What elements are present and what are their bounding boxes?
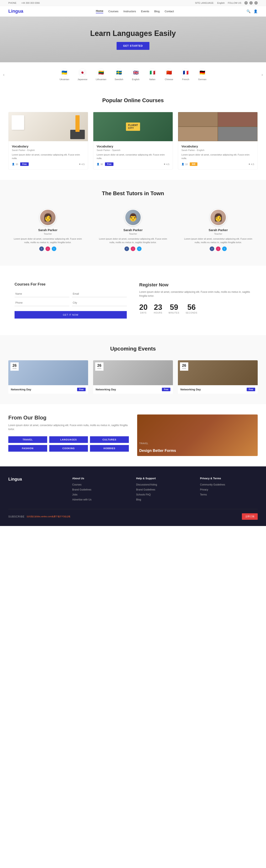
event-date-num-3: 26	[182, 364, 186, 367]
email-input[interactable]	[72, 291, 127, 297]
course-footer-3: 👤 10 $49 ★ 4.5	[181, 162, 254, 166]
events-section: Upcoming Events 26 AUG Networking Day Fr…	[0, 335, 266, 404]
get-started-button[interactable]: GET STARTED	[117, 42, 150, 50]
nav-home[interactable]: Home	[96, 9, 103, 13]
lang-item-chinese[interactable]: 🇨🇳 Chinese	[165, 68, 173, 81]
tutor-instagram-1[interactable]: i	[46, 247, 50, 251]
user-icon[interactable]: 👤	[254, 9, 258, 13]
tutor-twitter-2[interactable]: t	[137, 247, 142, 251]
blog-tag-fashion[interactable]: FASHION	[8, 445, 47, 452]
tutor-instagram-2[interactable]: i	[131, 247, 135, 251]
footer-link-courses[interactable]: Courses	[72, 483, 82, 486]
course-body-2: Vocabulary Sarah Parker - Spanish Lorem …	[93, 141, 173, 169]
facebook-icon[interactable]: f	[244, 1, 248, 5]
subscribe-button[interactable]: 立即订阅	[242, 513, 258, 520]
lang-item-ukrainian[interactable]: 🇺🇦 Ukrainian	[60, 68, 69, 81]
lang-prev-button[interactable]: ‹	[3, 72, 5, 77]
flag-french: 🇫🇷	[181, 68, 190, 77]
name-input[interactable]	[14, 291, 69, 297]
course-badge-3: $49	[190, 162, 198, 166]
get-it-button[interactable]: GET IT NOW	[14, 311, 127, 318]
footer: Lingua About Us Courses Brand Guidelines…	[0, 466, 266, 526]
twitter-icon[interactable]: t	[254, 1, 258, 5]
event-card-3[interactable]: 26 AUG Networking Day Free	[178, 360, 258, 394]
follow-us-label: FOLLOW US	[228, 2, 241, 4]
students-icon-3: 👤	[181, 163, 184, 165]
instagram-icon[interactable]: i	[249, 1, 253, 5]
phone-input[interactable]	[14, 300, 69, 306]
blog-tag-travel[interactable]: TRAVEL	[8, 436, 47, 443]
lang-item-lithuanian[interactable]: 🇱🇹 Lithuanian	[96, 68, 107, 81]
event-card-1[interactable]: 26 AUG Networking Day Free	[8, 360, 88, 394]
course-students-1: 👤 30	[12, 163, 18, 165]
events-grid: 26 AUG Networking Day Free 26 AUG Networ…	[8, 360, 258, 394]
blog-tag-cooking[interactable]: COOKING	[49, 445, 88, 452]
event-image-2: 26 AUG	[93, 360, 173, 385]
social-icons: f i t	[244, 1, 258, 5]
tutor-facebook-1[interactable]: f	[39, 247, 44, 251]
blog-tag-hobbies[interactable]: HOBBIES	[90, 445, 129, 452]
course-title-2: Vocabulary	[97, 145, 169, 148]
lang-next-button[interactable]: ›	[261, 72, 263, 77]
footer-bottom: Subscribe 访问我们的bbs.xenleo.com免费下载不可错过哦 立…	[8, 509, 258, 520]
flag-german: 🇩🇪	[198, 68, 206, 77]
lang-item-italian[interactable]: 🇮🇹 Italian	[148, 68, 156, 81]
course-rating-2: ★ 4.5	[164, 163, 169, 165]
blog-tag-languages[interactable]: LANGUAGES	[49, 436, 88, 443]
tutor-twitter-3[interactable]: t	[222, 247, 227, 251]
course-card-2[interactable]: FLUENTCITY Vocabulary Sarah Parker - Spa…	[93, 112, 173, 169]
tutor-name-2: Sarah Parker	[98, 228, 168, 232]
footer-link-advertise[interactable]: Advertise with Us	[72, 498, 92, 501]
lang-item-english[interactable]: 🇬🇧 English	[131, 68, 140, 81]
footer-link-blog[interactable]: Blog	[136, 498, 141, 501]
footer-about-title: About Us	[72, 477, 130, 480]
footer-link-terms[interactable]: Terms	[200, 493, 207, 496]
flag-ukrainian: 🇺🇦	[60, 68, 68, 77]
footer-link-community[interactable]: Community Guidelines	[200, 483, 225, 486]
blog-tag-cultures[interactable]: CULTURES	[90, 436, 129, 443]
tutor-instagram-3[interactable]: i	[216, 247, 220, 251]
nav-blog[interactable]: Blog	[154, 10, 159, 13]
footer-link-brand-guidelines[interactable]: Brand Guidelines	[136, 488, 155, 491]
event-body-2: Networking Day Free	[93, 385, 173, 394]
flag-chinese: 🇨🇳	[165, 68, 173, 77]
phone-label: PHONE	[8, 2, 17, 4]
nav-instructors[interactable]: Instructors	[123, 10, 136, 13]
tutor-twitter-1[interactable]: t	[52, 247, 56, 251]
tutor-desc-3: Lorem ipsum dolor sit amet, consectetur …	[183, 237, 254, 244]
city-input[interactable]	[72, 300, 127, 306]
lang-item-french[interactable]: 🇫🇷 French	[181, 68, 190, 81]
nav-courses[interactable]: Courses	[108, 10, 118, 13]
course-teacher-1: Sarah Parker - English	[12, 149, 85, 151]
footer-logo[interactable]: Lingua	[8, 477, 66, 482]
lang-item-german[interactable]: 🇩🇪 German	[198, 68, 206, 81]
search-icon[interactable]: 🔍	[246, 9, 250, 13]
course-footer-1: 👤 30 Free ★ 4.5	[12, 162, 85, 166]
nav-events[interactable]: Events	[141, 10, 149, 13]
course-desc-1: Lorem ipsum dolor sit amet, consectetur …	[12, 153, 85, 160]
blog-left: From Our Blog Lorem ipsum dolor sit amet…	[8, 414, 129, 456]
event-body-3: Networking Day Free	[178, 385, 258, 394]
footer-link-brand[interactable]: Brand Guidelines	[72, 488, 91, 491]
lang-item-japanese[interactable]: 🇯🇵 Japanese	[78, 68, 88, 81]
lang-label-french: French	[182, 78, 189, 81]
course-image-1	[8, 112, 88, 141]
footer-link-discussions[interactable]: Discussions/Voting	[136, 483, 157, 486]
tutor-facebook-2[interactable]: f	[124, 247, 129, 251]
flag-english: 🇬🇧	[131, 68, 140, 77]
subscribe-note: 访问我们的bbs.xenleo.com免费下载不可错过哦	[27, 515, 70, 518]
nav-contact[interactable]: Contact	[165, 10, 174, 13]
tutors-section-title: The Best Tutors in Town	[8, 190, 258, 197]
course-card-3[interactable]: Vocabulary Sarah Parker - English Lorem …	[178, 112, 258, 169]
course-card-1[interactable]: Vocabulary Sarah Parker - English Lorem …	[8, 112, 88, 169]
footer-about-links: Courses Brand Guidelines Jobs Advertise …	[72, 483, 130, 501]
lang-item-swedish[interactable]: 🇸🇪 Swedish	[115, 68, 123, 81]
footer-link-schools-faq[interactable]: Schools FAQ	[136, 493, 151, 496]
event-card-2[interactable]: 26 AUG Networking Day Free	[93, 360, 173, 394]
footer-privacy-links: Community Guidelines Privacy Terms	[200, 483, 258, 496]
footer-link-privacy[interactable]: Privacy	[200, 488, 208, 491]
logo[interactable]: Lingua	[8, 8, 23, 14]
footer-link-jobs[interactable]: Jobs	[72, 493, 78, 496]
tutor-facebook-3[interactable]: f	[210, 247, 214, 251]
language-selector[interactable]: English	[217, 2, 225, 4]
